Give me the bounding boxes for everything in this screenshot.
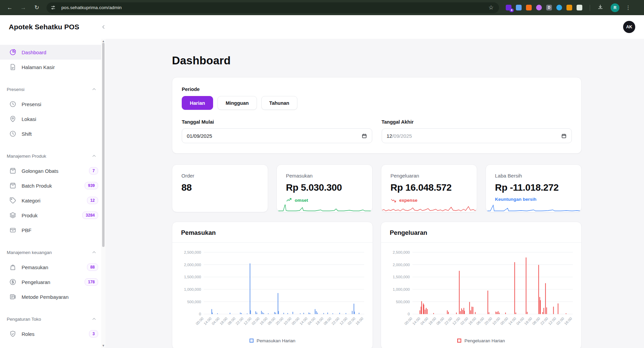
browser-profile-avatar[interactable]: R xyxy=(611,3,619,12)
app-header: Apotek Sehatku POS AK xyxy=(0,15,644,39)
sidebar: DashboardHalaman KasirPresensiPresensiLo… xyxy=(0,39,106,348)
clock-icon xyxy=(9,130,17,137)
stat-title: Laba Bersih xyxy=(495,173,572,179)
legend-label: Pemasukan Harian xyxy=(257,338,295,343)
page-title: Dashboard xyxy=(172,54,644,67)
chart-legend[interactable]: Pemasukan Harian xyxy=(172,338,373,348)
svg-text:06:00: 06:00 xyxy=(475,316,485,326)
periode-button-tahunan[interactable]: Tahunan xyxy=(261,96,297,110)
sidebar-section-header[interactable]: Pengaturan Toko xyxy=(0,314,106,324)
sidebar-section-header[interactable]: Manajemen Produk xyxy=(0,151,106,161)
sidebar-item-label: Produk xyxy=(22,213,38,218)
periode-button-harian[interactable]: Harian xyxy=(182,96,213,110)
sidebar-item-badge: 12 xyxy=(87,197,98,204)
extension-purple-wallet[interactable]: 6 xyxy=(506,5,511,10)
sidebar-item-dashboard[interactable]: Dashboard xyxy=(0,45,106,60)
chart-title: Pengeluaran xyxy=(381,222,581,243)
bookmark-star-icon[interactable]: ☆ xyxy=(489,4,494,11)
sidebar-item-presensi[interactable]: Presensi xyxy=(0,97,106,112)
downloads-icon[interactable] xyxy=(597,4,603,11)
sidebar-section: Pengaturan TokoRoles3 xyxy=(0,314,106,341)
start-date-input[interactable]: 01/09/2025 xyxy=(182,128,372,143)
sidebar-collapse-button[interactable] xyxy=(99,22,108,32)
svg-text:16:00: 16:00 xyxy=(259,316,268,326)
address-bar[interactable]: pos.sehatkuprima.com/admin ☆ xyxy=(47,2,499,13)
sidebar-item-label: Halaman Kasir xyxy=(22,64,55,70)
url-text: pos.sehatkuprima.com/admin xyxy=(61,5,122,10)
back-button[interactable]: ← xyxy=(4,2,16,13)
end-date-input[interactable]: 12/09/2025 xyxy=(382,128,572,143)
extension-blue-shell[interactable] xyxy=(556,5,562,10)
sidebar-scrollbar[interactable]: ▲ ▼ xyxy=(101,39,106,348)
sidebar-item-roles[interactable]: Roles3 xyxy=(0,326,106,341)
chart-legend[interactable]: Pengeluaran Harian xyxy=(381,338,581,348)
svg-text:02:00: 02:00 xyxy=(251,316,260,326)
sidebar-item-badge: 3284 xyxy=(82,212,98,219)
sidebar-item-batch-produk[interactable]: Batch Produk939 xyxy=(0,178,106,193)
svg-text:02:00: 02:00 xyxy=(555,316,565,326)
sidebar-item-halaman-kasir[interactable]: Halaman Kasir xyxy=(0,60,106,74)
sidebar-section-header[interactable]: Presensi xyxy=(0,85,106,94)
sidebar-item-lokasi[interactable]: Lokasi xyxy=(0,112,106,126)
sidebar-item-produk[interactable]: Produk3284 xyxy=(0,208,106,223)
site-settings-icon[interactable] xyxy=(49,3,57,12)
chart-card-pengeluaran: Pengeluaran2,500,0002,000,0001,500,0001,… xyxy=(381,222,582,348)
reload-button[interactable]: ↻ xyxy=(31,2,42,13)
sidebar-item-badge: 7 xyxy=(89,167,98,174)
sidebar-item-pbf[interactable]: PBF xyxy=(0,223,106,238)
scrollbar-thumb[interactable] xyxy=(102,43,105,247)
svg-text:16:00: 16:00 xyxy=(355,316,364,326)
periode-button-mingguan[interactable]: Mingguan xyxy=(217,96,257,110)
sidebar-item-pemasukan[interactable]: Pemasukan88 xyxy=(0,260,106,275)
app-title: Apotek Sehatku POS xyxy=(9,23,79,31)
svg-text:22:00: 22:00 xyxy=(235,316,244,326)
calendar-icon[interactable] xyxy=(561,133,567,139)
sidebar-item-pengeluaran[interactable]: Pengeluaran178 xyxy=(0,275,106,289)
chart-title: Pemasukan xyxy=(172,222,373,243)
sidebar-section-title: Pengaturan Toko xyxy=(7,317,41,322)
sidebar-section: Manajemen keuanganPemasukan88Pengeluaran… xyxy=(0,248,106,304)
svg-text:22:00: 22:00 xyxy=(331,316,340,326)
extension-d-square[interactable]: D xyxy=(546,5,552,10)
pie-chart-icon xyxy=(9,49,17,56)
archive-icon xyxy=(9,167,17,175)
extension-blue-book[interactable] xyxy=(516,5,522,10)
forward-button[interactable]: → xyxy=(18,2,29,13)
sidebar-section-title: Presensi xyxy=(7,87,25,92)
scroll-down-icon[interactable]: ▼ xyxy=(101,344,106,347)
sidebar-item-badge: 178 xyxy=(85,278,98,285)
stat-card-laba-bersih: Laba BersihRp -11.018.272Keuntungan bers… xyxy=(486,164,582,212)
stat-card-order: Order88 xyxy=(172,164,268,212)
sidebar-item-label: Presensi xyxy=(22,101,41,107)
stat-sparkline xyxy=(381,202,477,212)
svg-text:1,500,000: 1,500,000 xyxy=(393,275,410,279)
stat-title: Pengeluaran xyxy=(390,173,468,179)
calendar-icon[interactable] xyxy=(361,133,367,139)
extension-fox[interactable] xyxy=(526,5,532,10)
svg-text:2,500,000: 2,500,000 xyxy=(184,250,201,254)
sidebar-item-label: Pemasukan xyxy=(22,264,48,270)
svg-text:08:00: 08:00 xyxy=(436,316,445,326)
extension-puzzle[interactable] xyxy=(577,5,582,10)
svg-text:10:00: 10:00 xyxy=(492,316,501,326)
svg-text:16:00: 16:00 xyxy=(468,316,477,326)
chevron-up-icon xyxy=(91,250,97,255)
svg-text:20:00: 20:00 xyxy=(275,316,284,326)
sidebar-item-golongan-obats[interactable]: Golongan Obats7 xyxy=(0,163,106,178)
sidebar-item-kategori[interactable]: Kategori12 xyxy=(0,193,106,208)
sidebar-item-shift[interactable]: Shift xyxy=(0,126,106,141)
scroll-up-icon[interactable]: ▲ xyxy=(101,39,106,43)
sidebar-item-metode-pembayaran[interactable]: Metode Pembayaran xyxy=(0,289,106,304)
browser-menu-icon[interactable]: ⋮ xyxy=(625,4,631,11)
sidebar-section-title: Manajemen keuangan xyxy=(7,250,52,255)
sidebar-section-header[interactable]: Manajemen keuangan xyxy=(0,248,106,257)
sidebar-item-label: Pengeluaran xyxy=(22,279,50,285)
extension-purple-cloud[interactable] xyxy=(536,5,542,10)
stat-card-pengeluaran: PengeluaranRp 16.048.572expense xyxy=(381,164,477,212)
svg-text:12:00: 12:00 xyxy=(451,316,461,326)
extension-orange-wheel[interactable] xyxy=(566,5,572,10)
user-avatar[interactable]: AK xyxy=(623,21,635,33)
sidebar-section-title: Manajemen Produk xyxy=(7,154,46,159)
svg-text:12:00: 12:00 xyxy=(243,316,252,326)
shield-icon xyxy=(9,330,17,338)
